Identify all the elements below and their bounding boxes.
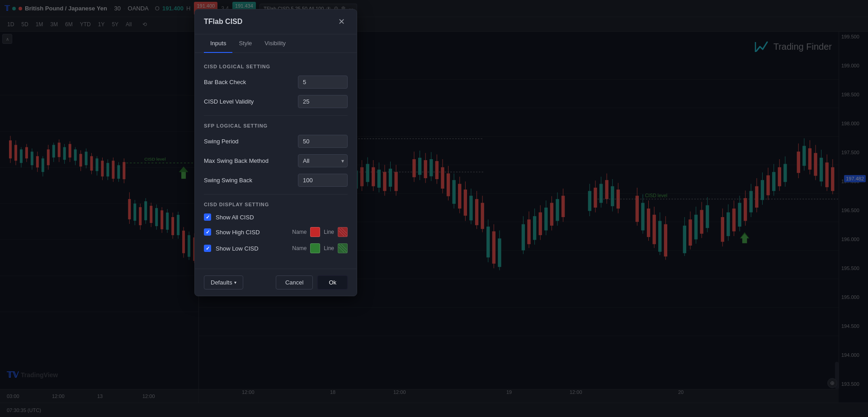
cancel-button[interactable]: Cancel [276,275,313,289]
cisd-display-section-label: CISD DISPLAY SETTING [204,202,348,207]
swing-period-label: Swing Period [204,138,239,145]
modal-overlay: TFlab CISD ✕ Inputs Style Visibility CIS… [0,0,868,417]
low-cisd-color-options: Name Line [292,243,348,253]
defaults-label: Defaults [211,279,232,286]
divider-2 [204,194,348,194]
settings-modal: TFlab CISD ✕ Inputs Style Visibility CIS… [194,9,357,296]
modal-footer: Defaults ▾ Cancel Ok [195,269,357,296]
cisd-level-validity-label: CISD Level Validity [204,98,254,105]
max-swing-back-method-label: Max Swing Back Method [204,157,269,164]
modal-title: TFlab CISD [204,18,242,26]
svg-line-271 [339,231,344,236]
bar-back-check-label: Bar Back Check [204,79,246,85]
max-swing-back-method-select-wrapper: All Fixed Dynamic [298,154,348,167]
defaults-button[interactable]: Defaults ▾ [204,275,243,289]
show-low-cisd-row: Show Low CISD Name Line [204,243,348,253]
show-all-cisd-checkbox[interactable] [204,213,211,221]
high-cisd-line-label: Line [324,229,334,235]
show-all-cisd-row: Show All CISD [204,213,348,221]
svg-line-273 [341,244,347,250]
modal-body: CISD LOGICAL SETTING Bar Back Check CISD… [195,53,357,269]
high-cisd-pattern-swatch[interactable] [338,227,348,237]
svg-line-270 [341,228,347,233]
high-cisd-color-swatch[interactable] [310,227,320,237]
swing-swing-back-input[interactable] [298,174,348,187]
low-cisd-pattern-swatch[interactable] [338,243,348,253]
low-cisd-name-label: Name [292,245,307,251]
ok-button[interactable]: Ok [317,275,348,289]
low-cisd-color-swatch[interactable] [310,243,320,253]
show-low-cisd-checkbox[interactable] [204,245,211,252]
tab-inputs[interactable]: Inputs [204,34,232,53]
modal-tabs: Inputs Style Visibility [195,34,357,53]
show-all-cisd-label: Show All CISD [216,214,254,221]
bar-back-check-input[interactable] [298,76,348,89]
swing-swing-back-label: Swing Swing Back [204,177,252,184]
cisd-level-validity-row: CISD Level Validity [204,95,348,108]
sfp-logical-section-label: SFP LOGICAL SETTING [204,123,348,128]
cisd-level-validity-input[interactable] [298,95,348,108]
tab-visibility[interactable]: Visibility [258,34,292,53]
swing-swing-back-row: Swing Swing Back [204,174,348,187]
max-swing-back-method-row: Max Swing Back Method All Fixed Dynamic [204,154,348,167]
show-high-cisd-label: Show High CISD [216,229,260,236]
bar-back-check-row: Bar Back Check [204,76,348,89]
divider-1 [204,115,348,116]
tab-style[interactable]: Style [232,34,258,53]
high-cisd-color-options: Name Line [292,227,348,237]
show-low-cisd-label: Show Low CISD [216,245,259,252]
show-high-cisd-checkbox[interactable] [204,228,211,236]
svg-line-274 [339,247,344,252]
footer-actions: Cancel Ok [276,275,348,289]
modal-close-button[interactable]: ✕ [335,17,348,27]
modal-header: TFlab CISD ✕ [195,9,357,34]
swing-period-row: Swing Period [204,135,348,148]
low-cisd-line-label: Line [324,245,334,251]
cisd-logical-section-label: CISD LOGICAL SETTING [204,64,348,69]
show-high-cisd-row: Show High CISD Name Line [204,227,348,237]
chevron-down-icon: ▾ [234,280,236,285]
max-swing-back-method-select[interactable]: All Fixed Dynamic [298,154,348,167]
high-cisd-name-label: Name [292,229,307,235]
swing-period-input[interactable] [298,135,348,148]
